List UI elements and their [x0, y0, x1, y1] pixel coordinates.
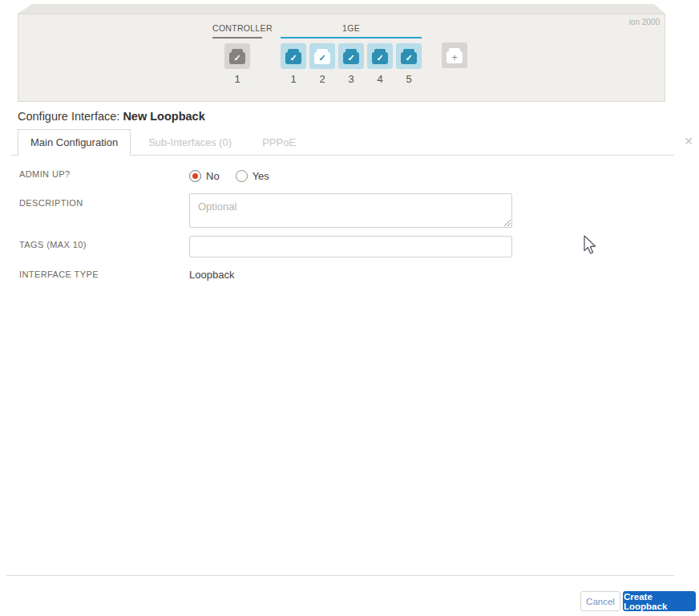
check-glyph: ✓ [405, 54, 412, 63]
device-chassis: ion 2000 CONTROLLER ✓ 1 1GE ✓ ✓ [18, 14, 665, 102]
admin-up-radio-group: No Yes [189, 170, 269, 182]
add-port-icon: + [446, 51, 463, 63]
create-loopback-button[interactable]: Create Loopback [623, 591, 696, 611]
footer-divider [6, 575, 674, 576]
1ge-port-number: 5 [396, 73, 422, 85]
add-interface-button[interactable]: + [442, 43, 467, 68]
radio-unselected-icon[interactable] [236, 170, 248, 182]
admin-up-option-yes[interactable]: Yes [236, 170, 269, 182]
description-label: DESCRIPTION [19, 198, 83, 208]
radio-label: Yes [253, 170, 269, 182]
1ge-port-number: 1 [281, 73, 306, 85]
1ge-port-group: 1GE ✓ ✓ ✓ ✓ ✓ 1 2 [281, 23, 422, 85]
controller-port-number: 1 [224, 73, 250, 85]
interface-type-label: INTERFACE TYPE [19, 270, 99, 279]
close-icon[interactable]: ✕ [684, 136, 693, 147]
plus-glyph: + [451, 52, 458, 63]
1ge-port-2[interactable]: ✓ [309, 43, 335, 69]
controller-port-group: CONTROLLER ✓ 1 [212, 23, 262, 85]
page-title-name: New Loopback [123, 110, 204, 123]
device-chassis-top [18, 4, 665, 14]
admin-up-option-no[interactable]: No [189, 170, 220, 182]
page-title-prefix: Configure Interface: [18, 110, 123, 123]
check-glyph: ✓ [376, 54, 383, 63]
check-glyph: ✓ [233, 54, 240, 63]
port-check-icon: ✓ [285, 52, 301, 64]
port-check-icon: ✓ [229, 52, 245, 64]
check-glyph: ✓ [289, 54, 297, 63]
tags-label: TAGS (MAX 10) [19, 240, 87, 249]
description-textarea[interactable] [189, 193, 512, 228]
tab-sub-interfaces[interactable]: Sub-Interfaces (0) [135, 129, 244, 155]
1ge-port-number: 4 [367, 73, 393, 85]
tab-label: Main Configuration [30, 136, 118, 148]
1ge-port-number: 3 [338, 73, 364, 85]
1ge-port-number: 2 [309, 73, 335, 85]
controller-port-1[interactable]: ✓ [224, 43, 250, 69]
port-check-icon: ✓ [372, 52, 388, 64]
check-glyph: ✓ [347, 54, 354, 63]
tab-main-configuration[interactable]: Main Configuration [18, 129, 131, 156]
port-check-icon-selected: ✓ [314, 52, 330, 64]
interface-type-value: Loopback [189, 269, 234, 281]
1ge-port-5[interactable]: ✓ [396, 43, 422, 69]
controller-group-label: CONTROLLER [212, 23, 262, 38]
page-title: Configure Interface: New Loopback [18, 110, 205, 123]
1ge-port-3[interactable]: ✓ [338, 43, 364, 69]
1ge-port-4[interactable]: ✓ [367, 43, 393, 69]
tab-bar: Main Configuration Sub-Interfaces (0) PP… [11, 129, 674, 156]
radio-label: No [206, 170, 220, 182]
radio-selected-icon[interactable] [189, 170, 201, 182]
port-check-icon: ✓ [401, 52, 417, 64]
tab-label: Sub-Interfaces (0) [148, 136, 232, 148]
configure-interface-page: ion 2000 CONTROLLER ✓ 1 1GE ✓ ✓ [0, 0, 699, 616]
1ge-group-label: 1GE [281, 23, 422, 38]
tags-input[interactable] [189, 236, 512, 257]
tab-pppoe[interactable]: PPPoE [249, 129, 309, 155]
admin-up-label: ADMIN UP? [19, 169, 71, 179]
cancel-button[interactable]: Cancel [580, 591, 620, 611]
tab-label: PPPoE [262, 136, 296, 148]
check-glyph: ✓ [318, 54, 325, 63]
port-check-icon: ✓ [343, 52, 359, 64]
mouse-cursor [583, 235, 599, 256]
device-model-label: ion 2000 [629, 18, 660, 26]
1ge-port-1[interactable]: ✓ [281, 43, 306, 69]
